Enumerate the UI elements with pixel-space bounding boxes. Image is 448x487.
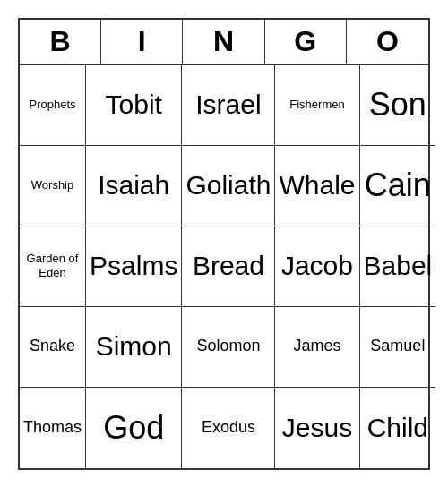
cell-text: God <box>103 408 164 447</box>
cell-text: Fishermen <box>289 98 344 112</box>
cell-text: Solomon <box>196 337 260 356</box>
cell-text: Worship <box>31 178 73 192</box>
cell-text: Jacob <box>281 250 353 282</box>
cell-text: Tobit <box>106 89 162 121</box>
grid-cell: Samuel <box>360 307 436 388</box>
header-cell: N <box>183 20 264 64</box>
header-cell: G <box>265 20 347 64</box>
cell-text: Jesus <box>282 412 352 444</box>
cell-text: Isaiah <box>98 169 169 201</box>
cell-text: Son <box>369 85 426 124</box>
grid-cell: Goliath <box>182 146 275 226</box>
cell-text: Exodus <box>202 418 255 438</box>
bingo-card: BINGO ProphetsTobitIsraelFishermenSonWor… <box>18 18 430 470</box>
grid-cell: Thomas <box>20 388 86 468</box>
cell-text: Babel <box>364 250 433 282</box>
cell-text: James <box>293 337 340 356</box>
bingo-grid: ProphetsTobitIsraelFishermenSonWorshipIs… <box>20 65 428 468</box>
grid-cell: Isaiah <box>86 146 182 226</box>
grid-cell: God <box>86 388 182 468</box>
grid-cell: Tobit <box>86 65 182 146</box>
grid-cell: Jacob <box>275 226 359 307</box>
grid-cell: Fishermen <box>275 65 359 146</box>
grid-cell: Son <box>360 65 436 146</box>
cell-text: Snake <box>30 337 75 356</box>
cell-text: Cain <box>365 166 431 204</box>
grid-cell: Whale <box>275 146 359 226</box>
header-cell: I <box>101 20 183 64</box>
cell-text: Garden of Eden <box>23 252 82 279</box>
grid-cell: Simon <box>86 307 182 388</box>
grid-cell: Exodus <box>182 388 275 468</box>
grid-cell: Solomon <box>182 307 275 388</box>
grid-cell: Snake <box>20 307 86 388</box>
grid-cell: Jesus <box>275 388 359 468</box>
cell-text: Psalms <box>90 250 177 282</box>
cell-text: Israel <box>195 89 261 121</box>
grid-cell: Garden of Eden <box>20 226 86 307</box>
cell-text: Goliath <box>185 169 271 201</box>
cell-text: Whale <box>279 169 355 201</box>
cell-text: Samuel <box>370 337 425 356</box>
grid-cell: Bread <box>182 226 275 307</box>
header-cell: O <box>347 20 428 64</box>
grid-cell: Prophets <box>20 65 86 146</box>
grid-cell: Worship <box>20 146 86 226</box>
cell-text: Prophets <box>29 98 75 112</box>
grid-cell: James <box>275 307 359 388</box>
cell-text: Bread <box>193 250 264 282</box>
cell-text: Thomas <box>23 418 82 438</box>
grid-cell: Psalms <box>86 226 182 307</box>
grid-cell: Child <box>360 388 436 468</box>
cell-text: Child <box>367 412 428 444</box>
cell-text: Simon <box>96 330 172 363</box>
header-cell: B <box>20 20 101 64</box>
grid-cell: Israel <box>182 65 275 146</box>
grid-cell: Cain <box>360 146 436 226</box>
grid-cell: Babel <box>360 226 436 307</box>
bingo-header: BINGO <box>20 20 428 65</box>
